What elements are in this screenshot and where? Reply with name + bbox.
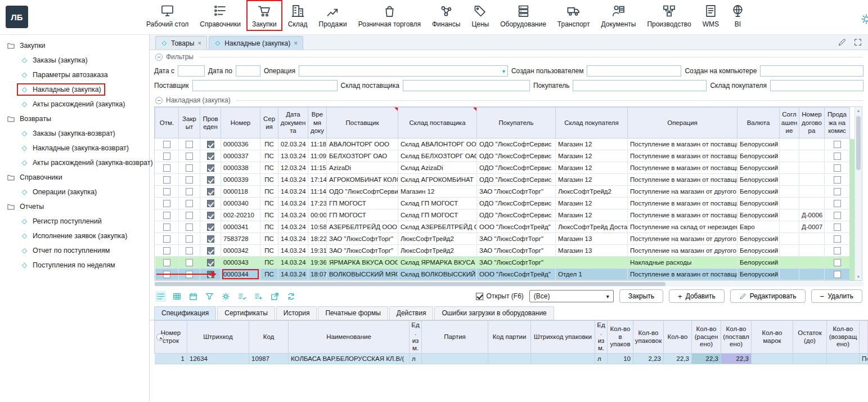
date-from-input[interactable] <box>178 65 205 77</box>
commission-checkbox[interactable] <box>834 247 841 254</box>
collapse-icon[interactable]: − <box>155 53 163 61</box>
export-icon[interactable] <box>269 291 280 302</box>
commission-checkbox[interactable] <box>834 188 841 195</box>
invoice-row[interactable]: 7583728 ПС 14.03.24 18:22 ЗАО "ЛюксСофтТ… <box>155 233 850 245</box>
posted-checkbox[interactable] <box>207 176 214 184</box>
settings-gear-icon[interactable] <box>860 12 868 26</box>
spec-col-qty-in-pack[interactable]: Кол-во в упаков <box>608 321 633 354</box>
mark-checkbox[interactable] <box>163 247 170 254</box>
ribbon-item-purchases[interactable]: Закупки <box>246 0 282 31</box>
invoice-row[interactable]: 0000342 ПС 14.03.24 19:31 ЗАО "ЛюксСофтТ… <box>155 245 850 257</box>
date-to-input[interactable] <box>236 65 260 77</box>
add-button[interactable]: +Добавить <box>669 289 725 303</box>
col-header-closed[interactable]: Закрыт <box>179 108 200 139</box>
spec-col-qty[interactable]: Кол-во <box>664 321 692 354</box>
operation-combobox[interactable]: ▾ <box>299 65 508 77</box>
posted-checkbox[interactable] <box>207 200 214 207</box>
sidebar-item-discrepancy-acts[interactable]: Акты расхождений (закупка) <box>0 97 149 111</box>
buyer-warehouse-input[interactable] <box>770 80 863 91</box>
filters-group-header[interactable]: − Фильтры <box>154 52 863 62</box>
sidebar-item-requests-execution[interactable]: Исполнение заявок (закупка) <box>0 229 149 243</box>
spec-row[interactable]: 1 12634 10987 КОЛБАСА ВАР.БЕЛОРУССКАЯ КЛ… <box>155 354 868 364</box>
detail-tab-print-forms[interactable]: Печатные формы <box>318 306 388 320</box>
spec-col-batch-code[interactable]: Код партии <box>488 321 531 354</box>
calendar-icon[interactable] <box>188 291 199 302</box>
invoice-row[interactable]: 0000340 ПС 14.03.24 17:23 ГП МОГОСТ Скла… <box>155 198 850 209</box>
spec-col-partial[interactable] <box>860 321 868 354</box>
spec-col-qty-returned[interactable]: Кол-во (возвращено) <box>827 321 860 354</box>
scrollbar-thumb[interactable] <box>856 116 861 170</box>
commission-checkbox[interactable] <box>834 259 841 266</box>
col-header-supplier-warehouse[interactable]: Склад поставщика <box>398 108 477 139</box>
sidebar-item-orders-purchase[interactable]: Заказы (закупка) <box>0 53 149 68</box>
tab-invoices-purchase[interactable]: Накладные (закупка) × <box>209 36 303 50</box>
mark-checkbox[interactable] <box>163 235 170 243</box>
ribbon-item-sales[interactable]: Продажи <box>313 0 353 31</box>
sidebar-group-purchases[interactable]: Закупки <box>0 38 149 53</box>
ribbon-item-transport[interactable]: Транспорт <box>552 0 596 31</box>
spec-col-qty-supplied[interactable]: Кол-во (поставлено) <box>721 321 752 354</box>
sidebar-group-returns[interactable]: Возвраты <box>0 111 149 126</box>
col-header-currency[interactable]: Валюта <box>737 108 780 139</box>
detail-tab-certificates[interactable]: Сертификаты <box>217 306 275 320</box>
list-add-icon[interactable] <box>253 291 264 302</box>
col-header-posted[interactable]: Проведен <box>200 108 221 139</box>
invoice-row[interactable]: 0000336 ПС 02.03.24 11:18 АВАЛОНТОРГ ООО… <box>155 139 850 150</box>
refresh-icon[interactable] <box>286 291 296 302</box>
detail-tab-history[interactable]: История <box>276 306 317 320</box>
col-header-buyer[interactable]: Покупатель <box>477 108 556 139</box>
created-by-input[interactable] <box>587 65 681 77</box>
detail-tab-specification[interactable]: Спецификация <box>154 306 216 320</box>
table-view-icon[interactable] <box>172 291 182 302</box>
closed-checkbox[interactable] <box>186 235 193 243</box>
spec-col-barcode[interactable]: Штрихкод <box>187 321 249 354</box>
mark-checkbox[interactable] <box>163 164 170 172</box>
invoice-row[interactable]: 0000341 ПС 14.03.24 10:58 АЗЕРБЕЛТРЕЙД О… <box>155 221 850 233</box>
col-header-mark[interactable]: Отм. <box>155 108 179 139</box>
mark-checkbox[interactable] <box>163 259 170 266</box>
spec-col-row-number[interactable]: Номер строк <box>155 321 187 354</box>
spec-col-batch[interactable]: Партия <box>422 321 488 354</box>
close-button[interactable]: Закрыть <box>619 289 663 303</box>
checkbox[interactable] <box>476 293 483 300</box>
posted-checkbox[interactable] <box>207 188 214 195</box>
spec-col-pack-barcode[interactable]: Штрихкод упаковки <box>531 321 595 354</box>
closed-checkbox[interactable] <box>186 259 193 266</box>
spec-col-qty-marks[interactable]: Кол-во марок <box>752 321 793 354</box>
posted-checkbox[interactable] <box>207 164 214 172</box>
posted-checkbox[interactable] <box>207 153 214 160</box>
scrollbar-thumb[interactable] <box>155 282 665 286</box>
ribbon-item-prices[interactable]: Цены <box>466 0 494 31</box>
supplier-input[interactable] <box>192 80 338 91</box>
closed-checkbox[interactable] <box>186 212 193 219</box>
ribbon-item-finance[interactable]: Финансы <box>426 0 466 31</box>
close-icon[interactable]: × <box>197 39 201 47</box>
commission-checkbox[interactable] <box>834 235 841 243</box>
closed-checkbox[interactable] <box>186 247 193 254</box>
posted-checkbox[interactable] <box>207 141 214 148</box>
scroll-down-icon[interactable]: ▼ <box>855 275 862 279</box>
sidebar-item-invoices-return[interactable]: Накладные (закупка-возврат) <box>0 141 149 155</box>
col-header-operation[interactable]: Операция <box>628 108 737 139</box>
sidebar-group-reports[interactable]: Отчеты <box>0 199 149 214</box>
list-check-icon[interactable] <box>237 291 248 302</box>
mark-checkbox[interactable] <box>163 176 170 184</box>
scroll-up-icon[interactable]: ▲ <box>855 109 862 113</box>
sidebar-item-discrepancy-acts-return[interactable]: Акты расхождений (закупка-возврат) <box>0 155 149 170</box>
ribbon-item-production[interactable]: Производство <box>641 0 696 31</box>
sidebar-item-receipts-report[interactable]: Отчет по поступлениям <box>0 243 149 258</box>
spec-col-name[interactable]: Наименование <box>289 321 410 354</box>
ribbon-item-directories[interactable]: Справочники <box>194 0 246 31</box>
commission-checkbox[interactable] <box>834 176 841 184</box>
posted-checkbox[interactable] <box>207 224 214 231</box>
ribbon-item-bi[interactable]: BI <box>725 0 751 31</box>
close-icon[interactable]: × <box>294 39 298 47</box>
vertical-scrollbar[interactable]: ▲ ▼ <box>854 107 862 280</box>
supplier-warehouse-input[interactable] <box>403 80 530 91</box>
col-header-doc-date[interactable]: Дата документа <box>278 108 308 139</box>
sidebar-group-directories[interactable]: Справочники <box>0 170 149 185</box>
invoice-row[interactable]: 0000343 ПС 14.03.24 19:36 ЯРМАРКА ВКУСА … <box>155 257 850 269</box>
spec-col-code[interactable]: Код <box>249 321 289 354</box>
edit-button[interactable]: Редактировать <box>730 289 806 303</box>
app-logo[interactable]: ЛБ <box>6 6 28 28</box>
